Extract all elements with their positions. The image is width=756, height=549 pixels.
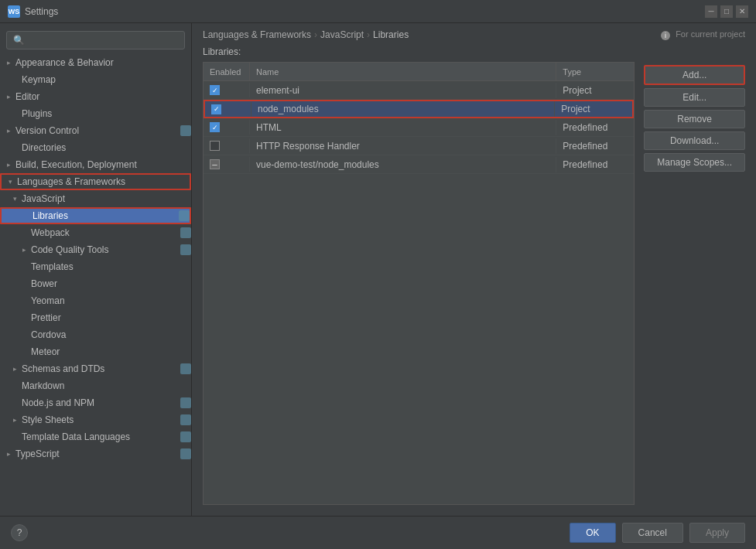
sidebar-item-prettier[interactable]: Prettier xyxy=(0,309,191,326)
cancel-button[interactable]: Cancel xyxy=(622,523,683,543)
sidebar-item-plugins[interactable]: Plugins xyxy=(0,105,191,122)
checkbox-4[interactable] xyxy=(210,159,220,169)
sidebar-label-editor: Editor xyxy=(14,91,191,102)
sidebar-label-yeoman: Yeoman xyxy=(29,295,191,306)
tree-arrow-schemas-dtds[interactable] xyxy=(9,363,20,374)
sidebar-label-templates: Templates xyxy=(29,261,191,272)
sidebar-item-typescript[interactable]: TypeScript xyxy=(0,445,191,462)
minimize-button[interactable]: ─ xyxy=(705,5,717,18)
search-input[interactable] xyxy=(6,31,185,49)
sidebar-item-cordova[interactable]: Cordova xyxy=(0,326,191,343)
for-project-label: i For current project xyxy=(661,29,745,39)
sidebar-item-languages-frameworks[interactable]: Languages & Frameworks xyxy=(0,173,191,190)
sidebar-item-yeoman[interactable]: Yeoman xyxy=(0,292,191,309)
settings-dialog: Appearance & BehaviorKeymapEditorPlugins… xyxy=(0,23,756,549)
table-row[interactable]: vue-demo-test/node_modulesPredefined xyxy=(204,155,634,174)
sidebar-item-schemas-dtds[interactable]: Schemas and DTDs xyxy=(0,360,191,377)
breadcrumb-part-1: Languages & Frameworks xyxy=(203,29,311,40)
table-header: Enabled Name Type xyxy=(204,63,634,81)
sidebar-label-libraries: Libraries xyxy=(31,210,176,221)
sidebar-item-template-data-languages[interactable]: Template Data Languages xyxy=(0,428,191,445)
sidebar-item-build-execution[interactable]: Build, Execution, Deployment xyxy=(0,156,191,173)
sidebar-label-keymap: Keymap xyxy=(20,74,191,85)
scope-icon-schemas-dtds xyxy=(180,363,191,374)
table-row[interactable]: HTMLPredefined xyxy=(204,118,634,137)
tree-arrow-version-control[interactable] xyxy=(3,125,14,136)
sidebar-item-markdown[interactable]: Markdown xyxy=(0,377,191,394)
td-type-1: Project xyxy=(555,101,632,117)
help-button[interactable]: ? xyxy=(11,524,28,541)
td-enabled-2 xyxy=(204,120,250,135)
scope-icon-libraries xyxy=(179,210,190,221)
sidebar-label-webpack: Webpack xyxy=(29,227,177,238)
sidebar-label-prettier: Prettier xyxy=(29,312,191,323)
sidebar-item-meteor[interactable]: Meteor xyxy=(0,343,191,360)
sidebar-item-nodejs-npm[interactable]: Node.js and NPM xyxy=(0,394,191,411)
tree-arrow-javascript[interactable] xyxy=(9,193,20,204)
close-button[interactable]: ✕ xyxy=(736,5,748,18)
remove-button[interactable]: Remove xyxy=(644,110,745,128)
checkbox-1[interactable] xyxy=(211,104,221,114)
table-row[interactable]: element-uiProject xyxy=(204,81,634,100)
scope-icon-typescript xyxy=(180,448,191,459)
sidebar-label-version-control: Version Control xyxy=(14,125,177,136)
sidebar-item-version-control[interactable]: Version Control xyxy=(0,122,191,139)
checkbox-3[interactable] xyxy=(210,141,220,151)
checkbox-0[interactable] xyxy=(210,85,220,95)
app-icon: WS xyxy=(8,5,20,18)
breadcrumb-current: Libraries xyxy=(373,29,409,40)
sidebar-item-appearance[interactable]: Appearance & Behavior xyxy=(0,54,191,71)
scope-icon-webpack xyxy=(180,227,191,238)
sidebar-item-style-sheets[interactable]: Style Sheets xyxy=(0,411,191,428)
maximize-button[interactable]: □ xyxy=(720,5,733,18)
scope-icon-template-data-languages xyxy=(180,431,191,442)
dialog-body: Appearance & BehaviorKeymapEditorPlugins… xyxy=(0,23,756,516)
table-row[interactable]: node_modulesProject xyxy=(204,100,634,118)
tree-arrow-languages-frameworks[interactable] xyxy=(5,176,15,187)
sidebar-tree: Appearance & BehaviorKeymapEditorPlugins… xyxy=(0,54,191,462)
td-type-0: Project xyxy=(556,83,634,98)
td-enabled-1 xyxy=(205,102,251,117)
tree-arrow-style-sheets[interactable] xyxy=(9,414,20,425)
tree-arrow-appearance[interactable] xyxy=(3,57,14,68)
sidebar-item-bower[interactable]: Bower xyxy=(0,275,191,292)
ok-button[interactable]: OK xyxy=(570,523,615,543)
window-title: Settings xyxy=(25,6,705,17)
sidebar-item-webpack[interactable]: Webpack xyxy=(0,224,191,241)
content-area: Libraries: Enabled Name Type element-uiP… xyxy=(192,46,756,516)
scope-icon-style-sheets xyxy=(180,414,191,425)
sidebar-item-editor[interactable]: Editor xyxy=(0,88,191,105)
tree-arrow-code-quality-tools[interactable] xyxy=(19,244,29,255)
download-button[interactable]: Download... xyxy=(644,131,745,150)
td-name-4: vue-demo-test/node_modules xyxy=(250,157,556,172)
tree-arrow-editor[interactable] xyxy=(3,91,14,102)
title-bar: WS Settings ─ □ ✕ xyxy=(0,0,756,23)
td-type-3: Predefined xyxy=(556,138,634,154)
sidebar-item-keymap[interactable]: Keymap xyxy=(0,71,191,88)
td-name-2: HTML xyxy=(250,120,556,135)
tree-arrow-typescript[interactable] xyxy=(3,448,14,459)
table-body: element-uiProjectnode_modulesProjectHTML… xyxy=(204,81,634,174)
scope-icon-nodejs-npm xyxy=(180,397,191,408)
bottom-bar: ? OK Cancel Apply xyxy=(0,516,756,549)
apply-button[interactable]: Apply xyxy=(689,523,745,543)
side-buttons: Add... Edit... Remove Download... Manage… xyxy=(644,46,745,505)
sidebar-label-style-sheets: Style Sheets xyxy=(20,414,177,425)
tree-arrow-build-execution[interactable] xyxy=(3,159,14,170)
add-button[interactable]: Add... xyxy=(644,65,745,85)
sidebar-item-libraries[interactable]: Libraries xyxy=(0,207,191,224)
sidebar-label-plugins: Plugins xyxy=(20,108,191,119)
table-row[interactable]: HTTP Response HandlerPredefined xyxy=(204,137,634,155)
sidebar-label-code-quality-tools: Code Quality Tools xyxy=(29,244,177,255)
td-enabled-4 xyxy=(204,157,250,172)
manage-scopes-button[interactable]: Manage Scopes... xyxy=(644,153,745,172)
sidebar-label-cordova: Cordova xyxy=(29,329,191,340)
sidebar-item-directories[interactable]: Directories xyxy=(0,139,191,156)
checkbox-2[interactable] xyxy=(210,122,220,132)
sidebar-item-templates[interactable]: Templates xyxy=(0,258,191,275)
sidebar-item-code-quality-tools[interactable]: Code Quality Tools xyxy=(0,241,191,258)
edit-button[interactable]: Edit... xyxy=(644,88,745,107)
td-name-0: element-ui xyxy=(250,83,556,98)
sidebar-item-javascript[interactable]: JavaScript xyxy=(0,190,191,207)
panel-label: Libraries: xyxy=(203,46,635,57)
